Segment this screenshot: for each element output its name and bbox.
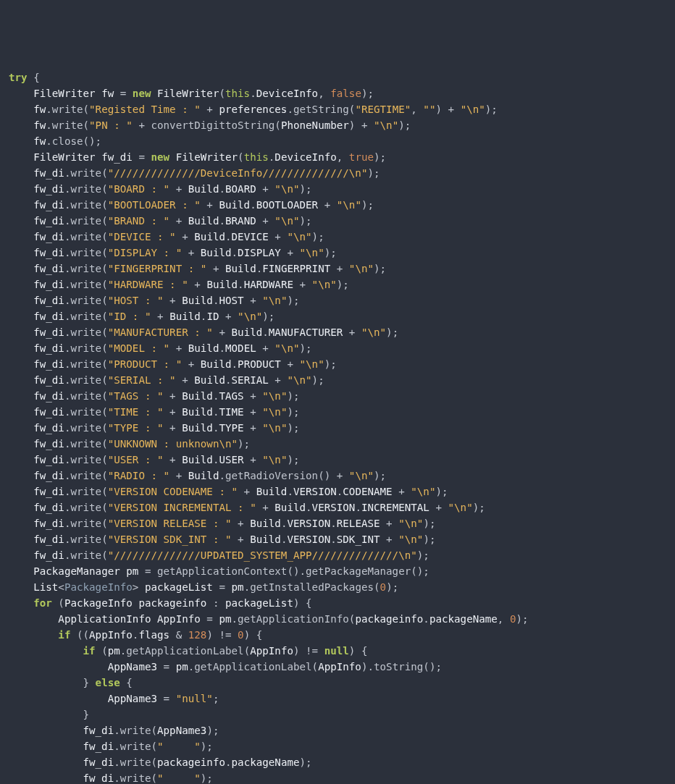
kw-try: try bbox=[9, 72, 28, 83]
code-block: { "tokens": { "try": "try", "new": "new"… bbox=[0, 0, 675, 784]
code-container: try { FileWriter fw = new FileWriter(thi… bbox=[9, 72, 529, 784]
